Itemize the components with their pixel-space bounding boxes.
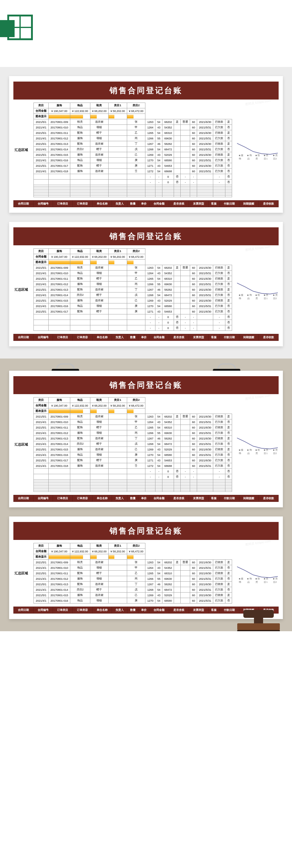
table-row: 2021/4/120170801-010饰品项链甲126443543526020… bbox=[34, 420, 232, 425]
column-header: 合同金额 bbox=[149, 607, 169, 614]
summary-row-amount: 合同金额 ¥ 190,347.00 ¥ 122,932.00 ¥ 68,202.… bbox=[34, 549, 232, 554]
summary-table: 类目 服饰 饰品 鞋类 类目1 类目2 合同金额 ¥ 190,347.00 ¥ … bbox=[33, 543, 232, 603]
data-table: 合同日期合同编号订单类目订单类容单位名称负责人数量单价合同金额是否含税发票类型客… bbox=[13, 334, 279, 341]
table-row bbox=[34, 196, 232, 197]
sheet-title: 销售合同登记台账 bbox=[13, 376, 279, 394]
table-row: 2021/5/120170801-011配饰帽子乙126554683106020… bbox=[34, 276, 232, 281]
summary-zone: 汇总区域 类目 服饰 饰品 鞋类 类目1 类目2 合同金额 ¥ 190,347.… bbox=[13, 102, 279, 197]
table-row: --0否---否 bbox=[34, 326, 232, 331]
summary-row-cat: 类目 服饰 饰品 鞋类 类目1 类目2 bbox=[34, 543, 232, 549]
column-header: 数量 bbox=[127, 607, 138, 614]
column-header: 发票类型 bbox=[189, 200, 208, 207]
table-row: 2021/4/120170801-010饰品项链甲126443543526020… bbox=[34, 565, 232, 571]
summary-label: 汇总区域 bbox=[13, 146, 29, 153]
table-row: 2021/5/120170801-015服饰连衣裙己12694352029602… bbox=[34, 298, 232, 304]
sheet-page: 销售合同登记台账 汇总区域 类目 服饰 饰品 鞋类 类目1 类目2 合同金额 ¥… bbox=[9, 222, 283, 346]
summary-table: 类目 服饰 饰品 鞋类 类目1 类目2 合同金额 ¥ 190,347.00 ¥ … bbox=[33, 248, 232, 331]
table-row: 2021/5/120170801-017配饰帽子庚127143546536020… bbox=[34, 163, 232, 168]
column-header: 到期提醒 bbox=[239, 200, 259, 207]
column-header: 单价 bbox=[138, 334, 149, 341]
column-header: 单价 bbox=[138, 495, 149, 502]
summary-row-bar: 图表显示 bbox=[34, 114, 232, 119]
table-row: 2021/4/120170801-016饰品项链庚127054685806020… bbox=[34, 452, 232, 458]
column-header: 是否含税 bbox=[169, 334, 189, 341]
table-row: 2021/4/120170801-018服饰连衣裙壬12725468688602… bbox=[34, 463, 232, 469]
sheet-title: 销售合同登记台账 bbox=[13, 522, 279, 540]
column-header: 是否收款 bbox=[259, 200, 279, 207]
table-row: 2021/4/120170801-014类目2帽子戊12685468472602… bbox=[34, 587, 232, 593]
data-table: 合同日期合同编号订单类目订单类容单位名称负责人数量单价合同金额是否含税发票类型客… bbox=[13, 200, 279, 207]
column-header: 单价 bbox=[138, 607, 149, 614]
summary-label: 汇总区域 bbox=[13, 286, 29, 293]
sheet-title: 销售合同登记台账 bbox=[13, 227, 279, 245]
column-header: 是否收款 bbox=[259, 495, 279, 502]
table-header-row: 合同日期合同编号订单类目订单类容单位名称负责人数量单价合同金额是否含税发票类型客… bbox=[14, 334, 279, 341]
column-header: 订单类目 bbox=[53, 495, 73, 502]
table-header-row: 合同日期合同编号订单类目订单类容单位名称负责人数量单价合同金额是否含税发票类型客… bbox=[14, 200, 279, 207]
table-row: --0否---否 bbox=[34, 469, 232, 474]
column-header: 单位名称 bbox=[92, 200, 112, 207]
column-header: 客服 bbox=[208, 607, 219, 614]
column-header: 负责人 bbox=[112, 495, 127, 502]
column-header: 订单类容 bbox=[73, 495, 93, 502]
summary-zone: 汇总区域 类目 服饰 饰品 鞋类 类目1 类目2 合同金额 ¥ 190,347.… bbox=[13, 397, 279, 492]
summary-zone: 汇总区域 类目 服饰 饰品 鞋类 类目1 类目2 合同金额 ¥ 190,347.… bbox=[13, 248, 279, 331]
data-table: 合同日期合同编号订单类目订单类容单位名称负责人数量单价合同金额是否含税发票类型客… bbox=[13, 495, 279, 502]
column-header: 发票类型 bbox=[189, 495, 208, 502]
sheet-page: 销售合同登记台账 汇总区域 类目 服饰 饰品 鞋类 类目1 类目2 合同金额 ¥… bbox=[9, 371, 283, 507]
table-row bbox=[34, 490, 232, 492]
excel-x-badge bbox=[0, 20, 14, 37]
table-row: 2021/5/120170801-009鞋类连衣裙张12635468202是普通… bbox=[34, 414, 232, 420]
mini-line-chart: 服饰 饰品 鞋类 类目1 类目2 bbox=[236, 436, 279, 454]
summary-zone: 汇总区域 类目 服饰 饰品 鞋类 类目1 类目2 合同金额 ¥ 190,347.… bbox=[13, 543, 279, 603]
table-row: 2021/4/120170801-014类目2帽子戊12685468472602… bbox=[34, 292, 232, 298]
table-row: 2021/4/120170801-012服饰项链丙126655696306020… bbox=[34, 136, 232, 141]
table-row: 2021/4/120170801-016饰品项链庚127054685806020… bbox=[34, 158, 232, 163]
column-header: 订单类容 bbox=[73, 607, 93, 614]
column-header: 合同金额 bbox=[149, 495, 169, 502]
column-header: 单位名称 bbox=[92, 607, 112, 614]
column-header: 负责人 bbox=[112, 334, 127, 341]
table-row: --0否---否 bbox=[34, 180, 232, 185]
column-header: 客服 bbox=[208, 200, 219, 207]
table-row: 2021/5/120170801-009鞋类连衣裙张12635468202是普通… bbox=[34, 265, 232, 271]
table-row: 2021/4/120170801-016饰品项链庚127054685806020… bbox=[34, 598, 232, 603]
column-header: 发票类型 bbox=[189, 607, 208, 614]
mini-line-chart: 服饰 饰品 鞋类 类目1 类目2 bbox=[236, 141, 279, 159]
column-header: 订单类容 bbox=[73, 334, 93, 341]
table-row: 2021/4/120170801-016饰品项链庚127054685806020… bbox=[34, 304, 232, 309]
mini-line-chart: 服饰 饰品 鞋类 类目1 类目2 bbox=[236, 564, 279, 583]
table-row: 2021/5/120170801-015服饰连衣裙己12694352029602… bbox=[34, 447, 232, 452]
column-header: 合同金额 bbox=[149, 334, 169, 341]
table-row: 2021/4/120170801-012服饰项链丙126655696306020… bbox=[34, 430, 232, 436]
column-header: 发票类型 bbox=[189, 334, 208, 341]
table-row: 2021/4/120170801-010饰品项链甲126443543526020… bbox=[34, 271, 232, 276]
column-header: 订单类目 bbox=[53, 200, 73, 207]
summary-row-amount: 合同金额 ¥ 190,347.00 ¥ 122,932.00 ¥ 68,202.… bbox=[34, 108, 232, 114]
preview-section-2: 销售合同登记台账 汇总区域 类目 服饰 饰品 鞋类 类目1 类目2 合同金额 ¥… bbox=[0, 359, 292, 631]
mini-line-chart: 服饰 饰品 鞋类 类目1 类目2 bbox=[236, 281, 279, 299]
column-header: 单位名称 bbox=[92, 334, 112, 341]
column-header: 负责人 bbox=[112, 607, 127, 614]
table-row: --0否---否 bbox=[34, 314, 232, 320]
column-header: 数量 bbox=[127, 495, 138, 502]
table-row: 2021/5/120170801-013配饰连衣裙丁12674658282602… bbox=[34, 436, 232, 441]
column-header: 付款日期 bbox=[219, 495, 239, 502]
table-row: 2021/4/120170801-014类目2帽子戊12685468472602… bbox=[34, 441, 232, 447]
chart-legend: 服饰 饰品 鞋类 类目1 类目2 bbox=[239, 154, 279, 160]
column-header: 负责人 bbox=[112, 200, 127, 207]
column-header: 单价 bbox=[138, 200, 149, 207]
table-row: --0否---否 bbox=[34, 174, 232, 180]
summary-row-bar: 图表显示 bbox=[34, 259, 232, 265]
table-header-row: 合同日期合同编号订单类目订单类容单位名称负责人数量单价合同金额是否含税发票类型客… bbox=[14, 495, 279, 502]
column-header: 是否含税 bbox=[169, 495, 189, 502]
column-header: 付款日期 bbox=[219, 334, 239, 341]
table-row: 2021/4/120170801-018服饰连衣裙壬12725468688602… bbox=[34, 168, 232, 174]
table-row: 2021/5/120170801-009鞋类连衣裙张12635468202是普通… bbox=[34, 560, 232, 565]
table-row: 2021/4/120170801-014类目2帽子戊12685468472602… bbox=[34, 147, 232, 152]
rubber-stamp-icon bbox=[237, 610, 280, 631]
column-header: 数量 bbox=[127, 334, 138, 341]
table-row: 2021/5/120170801-013配饰连衣裙丁12674658282602… bbox=[34, 582, 232, 587]
excel-icon bbox=[7, 14, 33, 40]
summary-row-cat: 类目 服饰 饰品 鞋类 类目1 类目2 bbox=[34, 103, 232, 108]
